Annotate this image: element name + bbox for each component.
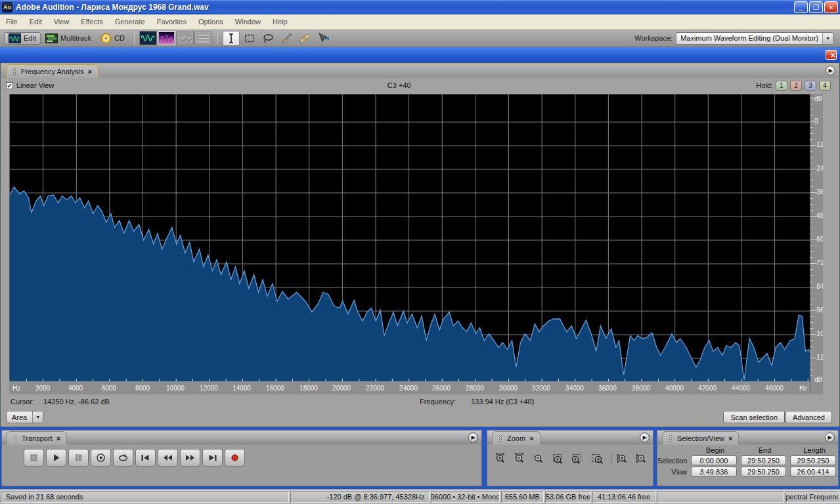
cd-view-label: CD <box>114 34 125 42</box>
zoom-in-left-edge-of-selection-button[interactable] <box>569 450 586 467</box>
minimize-button[interactable]: _ <box>794 1 808 13</box>
area-dropdown-button[interactable]: Area ▼ <box>6 411 43 423</box>
time-selection-tool-button[interactable] <box>223 31 240 46</box>
zoom-out-vertically-button[interactable] <box>634 450 652 467</box>
selection-begin-value[interactable]: 0:00.000 <box>691 455 737 465</box>
menu-window[interactable]: Window <box>229 16 267 27</box>
panel-grip[interactable] <box>12 68 17 75</box>
menu-favorites[interactable]: Favorites <box>151 16 192 27</box>
tab-close-icon[interactable]: × <box>87 68 91 75</box>
zoom-out-horizontally-button[interactable] <box>511 450 529 467</box>
play-looped-button[interactable] <box>113 449 133 467</box>
scan-selection-button[interactable]: Scan selection <box>723 411 785 423</box>
menu-file[interactable]: File <box>0 16 24 27</box>
waveform-view-button[interactable] <box>139 31 157 45</box>
selection-view-panel-header: Selection/View × ▶ <box>657 430 838 444</box>
cd-view-button[interactable]: CD <box>96 32 129 45</box>
zoom-in-horizontally-button[interactable] <box>492 450 510 467</box>
hold-3-button[interactable]: 3 <box>805 81 816 91</box>
close-docked-window-button[interactable]: ✕ <box>826 50 837 60</box>
frequency-spectrum-plot[interactable] <box>9 94 810 381</box>
rewind-button[interactable] <box>158 449 178 467</box>
y-axis-tick <box>810 334 814 335</box>
menu-view[interactable]: View <box>48 16 76 27</box>
fast-forward-icon <box>182 452 198 463</box>
menu-edit[interactable]: Edit <box>24 16 48 27</box>
view-end-value[interactable]: 29:50.250 <box>741 467 786 476</box>
lasso-selection-tool-button[interactable] <box>259 31 276 46</box>
spectral-pan-view-button[interactable] <box>176 31 194 45</box>
scrub-tool-button[interactable] <box>315 31 332 46</box>
spectrum-chart <box>10 94 810 382</box>
workspace-select[interactable]: Maximum Waveform Editing (Dual Monitor) … <box>676 32 833 45</box>
y-axis-tick <box>810 234 812 234</box>
y-axis-tick <box>810 210 812 211</box>
zoom-in-right-edge-of-selection-icon <box>590 453 604 465</box>
row-label-view: View <box>657 468 690 476</box>
zoom-to-selection-button[interactable] <box>550 450 567 467</box>
edit-view-button[interactable]: Edit <box>4 32 41 45</box>
spectral-frequency-view-button[interactable] <box>158 31 175 45</box>
app-icon: Au <box>2 2 12 12</box>
tab-close-icon[interactable]: × <box>529 435 533 442</box>
cd-view-icon <box>100 33 112 44</box>
zoom-in-right-edge-of-selection-button[interactable] <box>588 450 606 467</box>
marquee-selection-tool-button[interactable] <box>241 31 258 46</box>
menu-help[interactable]: Help <box>267 16 294 27</box>
play-from-cursor-button[interactable] <box>91 449 111 467</box>
hold-1-button[interactable]: 1 <box>776 81 787 91</box>
effects-paintbrush-tool-icon <box>280 32 293 45</box>
transport-panel-menu-button[interactable]: ▶ <box>468 432 478 442</box>
play-button[interactable] <box>46 449 66 467</box>
bottom-controls-row: Area ▼ Scan selection Advanced <box>1 410 839 426</box>
tab-close-icon[interactable]: × <box>56 435 60 442</box>
stop-button[interactable] <box>24 449 44 467</box>
readout-row: Cursor: 14250 Hz, -86.62 dB Frequency: 1… <box>9 398 824 408</box>
hold-4-button[interactable]: 4 <box>819 81 831 91</box>
multitrack-view-button[interactable]: Multitrack <box>41 32 96 45</box>
zoom-in-vertically-button[interactable] <box>614 450 632 467</box>
menu-generate[interactable]: Generate <box>109 16 151 27</box>
tab-close-icon[interactable]: × <box>728 435 732 442</box>
zoom-out-full-button[interactable] <box>531 450 548 467</box>
selection-length-value[interactable]: 29:50.250 <box>790 455 836 465</box>
zoom-panel-menu-button[interactable]: ▶ <box>640 432 650 442</box>
tab-frequency-analysis[interactable]: Frequency Analysis × <box>6 64 99 78</box>
y-axis-tick <box>810 169 814 169</box>
restore-button[interactable]: ❐ <box>809 1 823 13</box>
hold-2-button[interactable]: 2 <box>790 81 802 91</box>
go-to-beginning-button[interactable] <box>135 449 156 467</box>
record-button[interactable] <box>225 449 245 467</box>
fast-forward-button[interactable] <box>180 449 200 467</box>
selection-view-panel-menu-button[interactable]: ▶ <box>825 432 835 442</box>
spot-healing-brush-tool-button[interactable] <box>296 31 313 46</box>
view-begin-value[interactable]: 3:49.836 <box>691 467 737 476</box>
chevron-down-icon[interactable]: ▼ <box>32 411 43 423</box>
panel-grip[interactable] <box>13 434 18 442</box>
menu-options[interactable]: Options <box>192 16 229 27</box>
y-axis-tick-label: -60 <box>814 236 823 243</box>
tab-selection-view[interactable]: Selection/View × <box>662 431 739 445</box>
panel-grip[interactable] <box>669 434 673 442</box>
spectral-phase-view-button[interactable] <box>194 31 212 45</box>
frequency-analysis-panel-menu-button[interactable]: ▶ <box>826 66 835 75</box>
y-axis-tick <box>810 263 814 264</box>
close-button[interactable]: ✕ <box>824 1 838 13</box>
zoom-separator <box>611 452 611 466</box>
stop-icon <box>26 452 42 463</box>
tab-transport[interactable]: Transport × <box>7 431 67 445</box>
y-axis-tick <box>810 121 814 122</box>
status-spare <box>657 491 784 503</box>
advanced-button[interactable]: Advanced <box>785 411 832 423</box>
effects-paintbrush-tool-button[interactable] <box>278 31 295 46</box>
go-to-end-button[interactable] <box>202 449 223 467</box>
linear-view-checkbox[interactable]: ✓ <box>6 82 13 89</box>
pause-button[interactable] <box>68 449 89 467</box>
panel-grip[interactable] <box>498 434 503 442</box>
menu-effects[interactable]: Effects <box>75 16 108 27</box>
selection-end-value[interactable]: 29:50.250 <box>741 455 786 465</box>
tab-zoom[interactable]: Zoom × <box>492 431 541 445</box>
view-length-value[interactable]: 26:00.414 <box>790 467 836 476</box>
frequency-value: 133.94 Hz (C3 +40) <box>471 398 534 406</box>
selection-view-panel: Selection/View × ▶ BeginEndLengthSelecti… <box>657 430 839 486</box>
